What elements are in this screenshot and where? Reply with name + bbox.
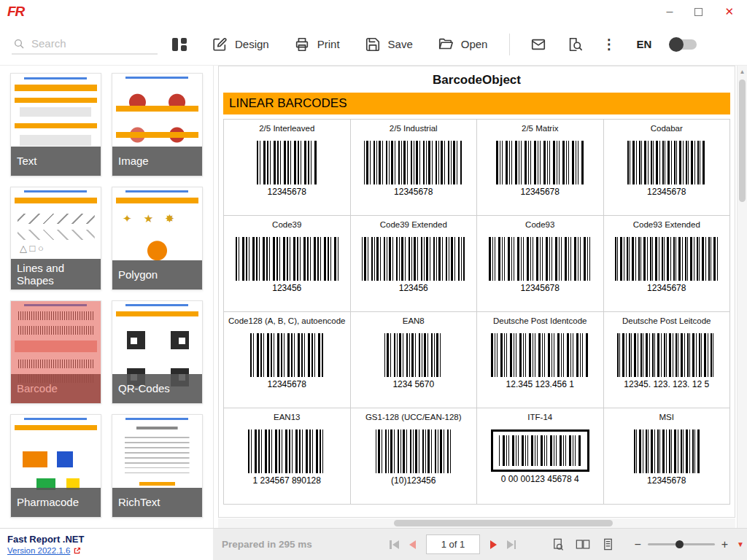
search-icon [13,38,25,50]
barcode-cell-4: Codabar12345678 [604,120,731,216]
barcode-value: 1234 5670 [392,379,434,389]
barcode-cell-15: ITF-140 00 00123 45678 4 [477,408,604,505]
barcode-image [489,237,592,281]
barcode-cell-9: Code128 (A, B, C), autoencode12345678 [224,312,351,408]
barcode-cell-16: MSI12345678 [604,408,731,505]
previous-page-button[interactable] [409,540,416,549]
single-page-view-icon[interactable] [551,537,565,551]
open-button-label: Open [461,38,488,50]
thumbnail-label: QR-Codes [112,374,202,403]
pagination: 1 of 1 [390,534,516,554]
find-icon [567,36,583,52]
thumbnail-label: Text [11,147,101,176]
vertical-scrollbar-thumb[interactable] [739,79,746,202]
barcode-name: 2/5 Matrix [522,124,559,133]
horizontal-scrollbar[interactable] [218,518,735,528]
toggle-knob [669,37,684,52]
next-page-button[interactable] [490,540,497,549]
thumbnail-label: Lines and Shapes [11,259,101,290]
barcode-image [617,333,716,377]
barcode-value: 12345678 [647,187,686,197]
sidebar-item-lines[interactable]: Lines and Shapes [10,187,101,290]
barcode-cell-10: EAN81234 5670 [351,312,478,408]
save-button-label: Save [388,38,413,50]
version-link-label: Version 2022.1.6 [7,546,70,555]
zoom-in-icon[interactable]: + [721,538,728,551]
search-input[interactable] [31,37,147,50]
barcode-name: Code93 [525,220,554,229]
app-name: Fast Report .NET [7,534,213,545]
barcode-value: 0 00 00123 45678 4 [501,474,579,484]
barcode-name: 2/5 Interleaved [259,124,314,133]
first-page-button[interactable] [390,540,399,549]
open-button[interactable]: Open [438,36,488,52]
find-button[interactable] [567,36,583,52]
barcode-value: 12345678 [647,283,686,293]
search-box [12,34,158,55]
content-area: TextImageLines and ShapesPolygonBarcodeQ… [0,66,747,528]
thumbnail-label: RichText [112,488,202,517]
scroll-down-icon[interactable]: ▼ [737,540,744,548]
thumbnail-label: Polygon [112,260,202,289]
barcode-value: 123456 [399,283,428,293]
more-options-icon[interactable]: ⋮ [602,36,616,52]
horizontal-scrollbar-thumb[interactable] [394,520,613,526]
barcode-grid: 2/5 Interleaved123456782/5 Industrial123… [223,119,730,505]
last-page-button[interactable] [507,540,516,549]
zoom-slider[interactable] [648,543,715,545]
design-button-label: Design [235,38,269,50]
thumbnail-preview [11,301,101,403]
toolbar: Design Print Save Open ⋮ EN [0,23,747,66]
barcode-image [384,333,442,377]
barcode-image [496,141,584,184]
scroll-up-icon[interactable]: ▲ [740,66,746,78]
print-button[interactable]: Print [294,36,340,52]
zoom-out-icon[interactable]: − [634,538,640,551]
barcode-value: 12345678 [268,379,306,389]
barcode-value: 12345678 [521,283,560,293]
barcode-name: Code39 Extended [380,220,447,229]
barcode-image [634,429,700,473]
barcode-value: (10)123456 [391,475,436,486]
barcode-image [627,141,705,184]
maximize-icon[interactable] [694,8,703,16]
sidebar-item-polygon[interactable]: Polygon [112,187,203,290]
barcode-image [257,141,317,184]
two-page-view-icon[interactable] [575,537,591,551]
zoom-slider-knob[interactable] [676,540,684,548]
barcode-name: Deutsche Post Identcode [493,316,587,325]
sidebar-item-barcode[interactable]: Barcode [10,300,101,404]
vertical-scrollbar[interactable]: ▲ [737,66,747,528]
design-icon [212,36,228,52]
barcode-image [491,333,589,377]
barcode-name: EAN13 [274,413,300,421]
title-bar: FR – ✕ [0,0,747,23]
gallery-toggle-icon[interactable] [172,37,187,52]
theme-toggle[interactable] [670,39,697,50]
barcode-name: Code128 (A, B, C), autoencode [228,316,345,325]
language-selector[interactable]: EN [636,38,651,50]
sidebar-item-qrcodes[interactable]: QR-Codes [112,300,203,404]
sidebar-item-image[interactable]: Image [112,73,203,176]
app-info: Fast Report .NET Version 2022.1.6 [0,529,213,560]
barcode-cell-12: Deutsche Post Leitcode12345. 123. 123. 1… [604,312,731,408]
page-indicator[interactable]: 1 of 1 [426,534,480,554]
external-link-icon [73,547,81,555]
window-controls: – ✕ [667,5,740,18]
sidebar-item-pharmacode[interactable]: Pharmacode [10,414,101,518]
barcode-cell-6: Code39 Extended123456 [351,216,478,312]
version-link[interactable]: Version 2022.1.6 [7,546,213,555]
sidebar-item-text[interactable]: Text [10,73,101,176]
save-button[interactable]: Save [365,36,413,52]
sidebar-item-richtext[interactable]: RichText [112,414,203,518]
barcode-image [491,429,589,472]
minimize-icon[interactable]: – [667,8,673,15]
close-icon[interactable]: ✕ [724,5,734,18]
section-header: LINEAR BARCODES [223,93,730,114]
continuous-view-icon[interactable] [601,537,615,551]
email-button[interactable] [530,36,546,52]
barcode-value: 12345678 [394,187,433,197]
design-button[interactable]: Design [212,36,269,52]
status-bar: Fast Report .NET Version 2022.1.6 Prepar… [0,528,747,560]
barcode-name: ITF-14 [527,413,552,421]
